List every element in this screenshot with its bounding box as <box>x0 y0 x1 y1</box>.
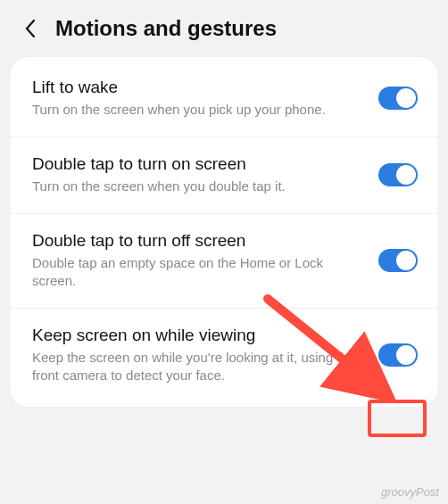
setting-text: Double tap to turn off screen Double tap… <box>32 230 378 290</box>
setting-title: Double tap to turn off screen <box>32 230 366 252</box>
setting-text: Lift to wake Turn on the screen when you… <box>32 77 378 119</box>
setting-double-tap-on[interactable]: Double tap to turn on screen Turn on the… <box>11 137 437 214</box>
setting-text: Keep screen on while viewing Keep the sc… <box>32 325 378 384</box>
header: Motions and gestures <box>0 0 448 57</box>
setting-desc: Keep the screen on while you're looking … <box>32 349 366 385</box>
settings-card: Lift to wake Turn on the screen when you… <box>11 57 437 407</box>
toggle-double-tap-on[interactable] <box>378 163 418 186</box>
page-title: Motions and gestures <box>55 16 277 41</box>
setting-desc: Turn on the screen when you pick up your… <box>32 101 366 119</box>
back-icon[interactable] <box>25 20 36 37</box>
toggle-keep-screen-on[interactable] <box>378 343 418 367</box>
setting-text: Double tap to turn on screen Turn on the… <box>32 153 378 195</box>
watermark: groovyPost <box>381 485 439 499</box>
toggle-double-tap-off[interactable] <box>378 249 418 272</box>
setting-keep-screen-on[interactable]: Keep screen on while viewing Keep the sc… <box>11 309 437 402</box>
toggle-lift-to-wake[interactable] <box>378 87 418 110</box>
setting-double-tap-off[interactable]: Double tap to turn off screen Double tap… <box>11 214 437 309</box>
setting-title: Keep screen on while viewing <box>32 325 366 346</box>
setting-title: Lift to wake <box>32 77 366 98</box>
setting-title: Double tap to turn on screen <box>32 153 366 175</box>
setting-desc: Turn on the screen when you double tap i… <box>32 178 366 195</box>
setting-lift-to-wake[interactable]: Lift to wake Turn on the screen when you… <box>11 61 437 137</box>
setting-desc: Double tap an empty space on the Home or… <box>32 254 366 291</box>
